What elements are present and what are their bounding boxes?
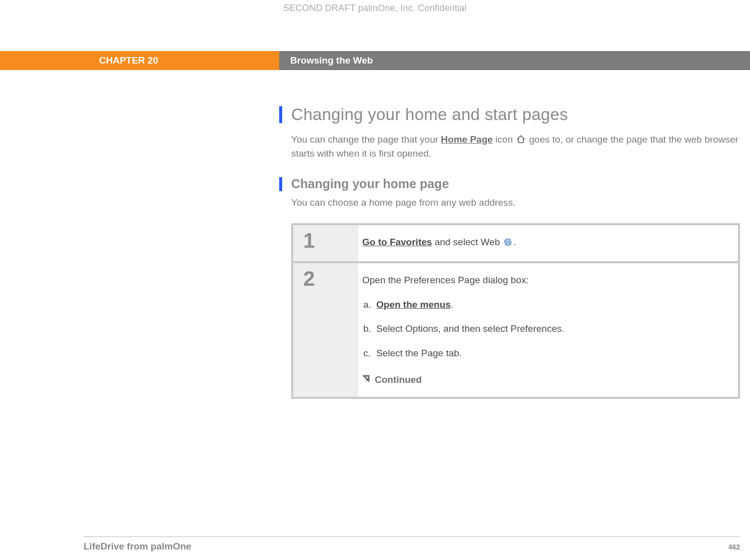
chapter-title: Browsing the Web	[279, 51, 750, 70]
substep-label: a.	[363, 299, 376, 311]
heading-accent-bar	[279, 106, 282, 123]
substep-c: c. Select the Page tab.	[363, 347, 725, 360]
step2-lead: Open the Preferences Page dialog box:	[362, 274, 725, 287]
subheading-accent-bar	[279, 177, 282, 191]
substep-label: c.	[363, 347, 376, 360]
svg-point-0	[504, 239, 511, 246]
footer-rule	[84, 536, 740, 537]
page-number: 462	[728, 543, 740, 551]
home-page-link[interactable]: Home Page	[441, 134, 492, 145]
substep-c-text: Select the Page tab.	[376, 347, 462, 360]
continued-indicator: Continued	[362, 374, 725, 386]
web-icon	[503, 238, 513, 250]
substep-b-text: Select Options, and then select Preferen…	[376, 323, 564, 335]
substep-label: b.	[363, 323, 376, 335]
chapter-header-bar: CHAPTER 20 Browsing the Web	[0, 51, 750, 70]
go-to-favorites-link[interactable]: Go to Favorites	[362, 237, 432, 247]
step1-tail: .	[514, 237, 516, 247]
step-body: Open the Preferences Page dialog box: a.…	[358, 263, 738, 397]
step1-text-post: and select Web	[432, 237, 502, 247]
sub-intro-paragraph: You can choose a home page from any web …	[291, 197, 740, 208]
step-number: 2	[293, 263, 358, 397]
intro-text-mid: icon	[493, 134, 515, 145]
chapter-label: CHAPTER 20	[0, 51, 279, 70]
footer-product-name: LifeDrive from palmOne	[84, 541, 191, 552]
substep-a-tail: .	[451, 299, 453, 310]
step-number: 1	[293, 225, 358, 261]
substep-a: a. Open the menus.	[363, 299, 725, 311]
subsection-heading-row: Changing your home page	[279, 177, 740, 191]
steps-table: 1 Go to Favorites and select Web . 2 Ope…	[291, 223, 740, 399]
continued-label: Continued	[375, 374, 422, 386]
intro-paragraph: You can change the page that your Home P…	[291, 133, 740, 160]
open-menus-link[interactable]: Open the menus	[376, 299, 451, 310]
step-body: Go to Favorites and select Web .	[358, 225, 738, 261]
step-row: 1 Go to Favorites and select Web .	[293, 225, 738, 261]
substep-a-content: Open the menus.	[376, 299, 453, 311]
confidential-notice: SECOND DRAFT palmOne, Inc. Confidential	[0, 3, 750, 14]
page-content: Changing your home and start pages You c…	[279, 105, 740, 399]
subsection-heading: Changing your home page	[291, 177, 449, 191]
home-icon	[516, 134, 525, 147]
substep-b: b. Select Options, and then select Prefe…	[363, 323, 725, 335]
section-heading-row: Changing your home and start pages	[279, 105, 740, 124]
step-row: 2 Open the Preferences Page dialog box: …	[293, 263, 738, 397]
section-heading: Changing your home and start pages	[291, 105, 568, 124]
intro-text-pre: You can change the page that your	[291, 134, 441, 145]
continued-arrow-icon	[362, 374, 371, 386]
